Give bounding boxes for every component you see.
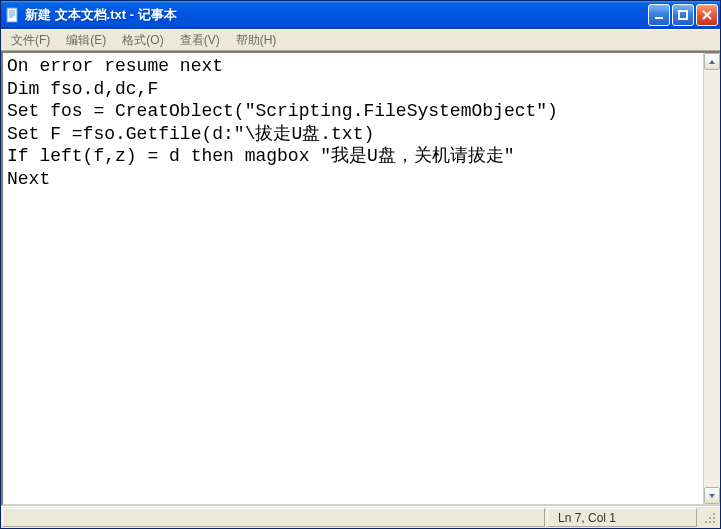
svg-rect-5 [709, 517, 711, 519]
app-icon [5, 7, 21, 23]
maximize-button[interactable] [672, 4, 694, 26]
scroll-track[interactable] [704, 70, 720, 487]
resize-grip[interactable] [699, 508, 719, 527]
close-button[interactable] [696, 4, 718, 26]
status-main [2, 508, 545, 527]
window-controls [648, 4, 718, 26]
minimize-button[interactable] [648, 4, 670, 26]
menu-view[interactable]: 查看(V) [172, 30, 228, 51]
menu-file[interactable]: 文件(F) [3, 30, 58, 51]
text-editor[interactable]: On error resume next Dim fso.d,dc,F Set … [3, 53, 703, 504]
svg-rect-2 [679, 11, 687, 19]
scroll-down-button[interactable] [704, 487, 720, 504]
svg-rect-8 [705, 521, 707, 523]
editor-area: On error resume next Dim fso.d,dc,F Set … [1, 51, 720, 506]
menu-edit[interactable]: 编辑(E) [58, 30, 114, 51]
svg-rect-6 [713, 521, 715, 523]
svg-rect-3 [713, 513, 715, 515]
menu-format[interactable]: 格式(O) [114, 30, 171, 51]
status-position: Ln 7, Col 1 [547, 508, 697, 527]
window-title: 新建 文本文档.txt - 记事本 [25, 6, 648, 24]
svg-rect-7 [709, 521, 711, 523]
menu-help[interactable]: 帮助(H) [228, 30, 285, 51]
scroll-up-button[interactable] [704, 53, 720, 70]
svg-rect-4 [713, 517, 715, 519]
menu-bar: 文件(F) 编辑(E) 格式(O) 查看(V) 帮助(H) [1, 29, 720, 51]
title-bar: 新建 文本文档.txt - 记事本 [1, 1, 720, 29]
svg-rect-1 [655, 17, 663, 19]
vertical-scrollbar[interactable] [703, 53, 720, 504]
status-bar: Ln 7, Col 1 [1, 506, 720, 528]
